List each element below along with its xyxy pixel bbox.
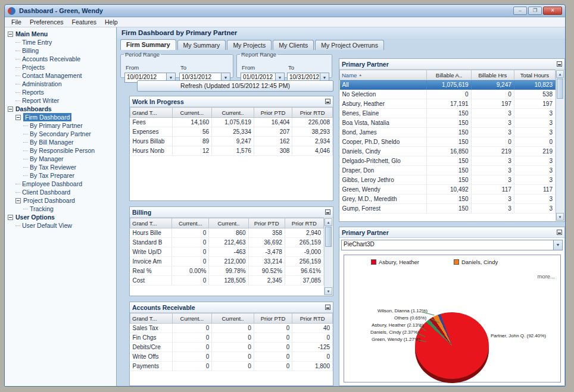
panel-menu-icon[interactable] — [557, 230, 562, 235]
table-row[interactable]: No Selection00538 — [340, 90, 556, 99]
close-button[interactable] — [543, 7, 562, 15]
tab-my-summary[interactable]: My Summary — [177, 40, 226, 50]
table-row[interactable]: Green, Wendy10,492117117 — [340, 185, 556, 195]
col-header-grand-t[interactable]: Grand T... — [130, 313, 173, 324]
col-header-billable-a[interactable]: Billable A.. — [427, 70, 471, 80]
col-header-current[interactable]: Current.. — [212, 108, 254, 118]
tree-item-administration[interactable]: Administration — [5, 80, 116, 88]
expander-icon[interactable] — [8, 32, 13, 37]
col-header-billable-hrs[interactable]: Billable Hrs — [471, 70, 514, 80]
table-row[interactable]: Gump, Forrest15033 — [340, 204, 556, 214]
tree-item-by-tax-preparer[interactable]: By Tax Preparer — [5, 171, 116, 180]
tree-item-tracking[interactable]: Tracking — [5, 205, 116, 213]
col-header-prior-ptd[interactable]: Prior PTD — [248, 218, 285, 228]
scroll-down-button[interactable]: ▼ — [325, 287, 332, 295]
tree-item-by-tax-reviewer[interactable]: By Tax Reviewer — [5, 163, 116, 171]
col-header-current[interactable]: Current... — [172, 218, 209, 228]
table-row[interactable]: Asbury, Heather17,191197197 — [340, 99, 556, 109]
tree-item-client-dashboard[interactable]: Client Dashboard — [5, 188, 116, 196]
menu-help[interactable]: Help — [101, 18, 122, 26]
scroll-down-button[interactable]: ▼ — [556, 213, 564, 221]
col-header-prior-rtd[interactable]: Prior RTD — [285, 218, 323, 228]
table-row[interactable]: All1,075,6199,24710,823 — [340, 80, 556, 90]
scroll-thumb[interactable] — [557, 79, 563, 99]
table-row[interactable]: Gibbs, Leroy Jethro15033 — [340, 175, 556, 185]
minimize-button[interactable] — [513, 7, 527, 15]
tree-item-contact-management[interactable]: Contact Management — [5, 71, 116, 80]
tree-item-label: By Primary Partner — [30, 121, 83, 130]
col-header-prior-ptd[interactable]: Prior PTD — [254, 108, 292, 118]
legend-item-asbury-heather[interactable]: Asbury, Heather — [371, 259, 419, 265]
col-header-current[interactable]: Current... — [172, 108, 212, 118]
scroll-thumb[interactable] — [325, 227, 332, 247]
col-header-current[interactable]: Current.. — [209, 218, 248, 228]
tree-item-accounts-receivable[interactable]: Accounts Receivable — [5, 55, 116, 63]
tree-tick — [15, 101, 20, 101]
tree-item-dashboards[interactable]: Dashboards — [5, 105, 116, 113]
tree-item-time-entry[interactable]: Time Entry — [5, 38, 116, 46]
tree-item-report-writer[interactable]: Report Writer — [5, 96, 116, 105]
col-header-total-hours[interactable]: Total Hours — [514, 70, 555, 80]
panel-menu-icon[interactable] — [557, 61, 562, 67]
tab-my-projects[interactable]: My Projects — [227, 40, 272, 50]
expander-icon[interactable] — [15, 198, 21, 203]
tree-item-project-dashboard[interactable]: Project Dashboard — [5, 196, 116, 205]
col-header-prior-rtd[interactable]: Prior RTD — [292, 313, 333, 324]
tab-firm-summary[interactable]: Firm Summary — [120, 39, 176, 50]
table-row[interactable]: Grey, M.D., Meredith15033 — [340, 195, 556, 204]
tree-item-main-menu[interactable]: Main Menu — [5, 30, 116, 38]
tree-item-by-bill-manager[interactable]: By Bill Manager — [5, 138, 116, 146]
legend-more-link[interactable]: more... — [537, 273, 555, 280]
tab-my-clients[interactable]: My Clients — [273, 40, 314, 50]
tree-item-by-secondary-partner[interactable]: By Secondary Partner — [5, 130, 116, 138]
col-header-prior-rtd[interactable]: Prior RTD — [292, 108, 333, 118]
expander-icon[interactable] — [15, 115, 21, 120]
panel-menu-icon[interactable] — [325, 209, 330, 215]
chevron-down-icon[interactable]: ▼ — [553, 240, 562, 250]
tree-item-billing[interactable]: Billing — [5, 46, 116, 55]
expander-icon[interactable] — [8, 215, 13, 220]
tree-item-firm-dashboard[interactable]: Firm Dashboard — [5, 113, 116, 121]
tab-my-project-overruns[interactable]: My Project Overruns — [315, 40, 384, 50]
scrollbar[interactable]: ▲▼ — [324, 218, 332, 295]
menu-features[interactable]: Features — [68, 18, 101, 26]
expander-icon[interactable] — [8, 106, 13, 112]
table-row[interactable]: Bond, James15033 — [340, 128, 556, 137]
col-header-grand-t[interactable]: Grand T... — [130, 218, 172, 228]
col-header-grand-t[interactable]: Grand T... — [130, 108, 173, 118]
row-label: Cost — [130, 276, 172, 286]
menu-preferences[interactable]: Preferences — [26, 18, 68, 26]
tree-item-projects[interactable]: Projects — [5, 63, 116, 71]
table-row[interactable]: Cooper, Ph.D, Sheldo15000 — [340, 137, 556, 147]
scrollbar[interactable]: ▲▼ — [556, 70, 564, 221]
menu-file[interactable]: File — [7, 18, 26, 26]
col-header-prior-ptd[interactable]: Prior PTD — [254, 313, 292, 324]
panel-menu-icon[interactable] — [325, 305, 330, 310]
table-row[interactable]: Draper, Don15033 — [340, 166, 556, 175]
tree-item-reports[interactable]: Reports — [5, 88, 116, 96]
col-header-name[interactable]: Name▲ — [340, 70, 427, 80]
tree-item-by-primary-partner[interactable]: By Primary Partner — [5, 121, 116, 130]
tree-item-by-responsible-person[interactable]: By Responsible Person — [5, 146, 116, 155]
row-label: Green, Wendy — [340, 185, 427, 195]
legend-item-daniels-cindy[interactable]: Daniels, Cindy — [454, 259, 498, 265]
table-row[interactable]: Daniels, Cindy16,850219219 — [340, 147, 556, 156]
tree-item-user-default-view[interactable]: User Default View — [5, 221, 116, 230]
tree-item-user-options[interactable]: User Options — [5, 213, 116, 221]
col-header-current[interactable]: Current.. — [212, 313, 254, 324]
maximize-button[interactable] — [528, 7, 542, 15]
panel-menu-icon[interactable] — [325, 99, 330, 104]
scroll-up-button[interactable]: ▲ — [325, 218, 332, 226]
table-row[interactable]: Boa Vista, Natalia15033 — [340, 118, 556, 128]
scroll-up-button[interactable]: ▲ — [556, 70, 564, 78]
pie-chart[interactable] — [415, 312, 489, 379]
tree-item-employee-dashboard[interactable]: Employee Dashboard — [5, 180, 116, 188]
tree-item-by-manager[interactable]: By Manager — [5, 155, 116, 163]
row-label: Gump, Forrest — [340, 204, 427, 214]
refresh-button[interactable]: Refresh (Updated 10/5/2012 12:45 PM) — [137, 80, 333, 92]
table-row[interactable]: Delgado-Pritchett, Glo15033 — [340, 156, 556, 166]
tree-item-label: Main Menu — [15, 30, 48, 38]
table-row[interactable]: Benes, Elaine15033 — [340, 109, 556, 118]
chart-type-select[interactable]: PieChart3D ▼ — [341, 240, 563, 250]
col-header-current[interactable]: Current... — [172, 313, 212, 324]
